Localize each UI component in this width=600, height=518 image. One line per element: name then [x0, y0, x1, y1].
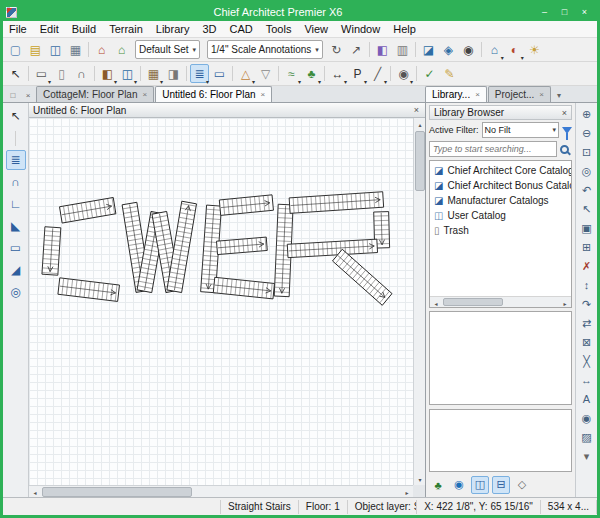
- ramp-icon[interactable]: ◢: [6, 260, 26, 280]
- print-icon[interactable]: ▦ ▾: [66, 40, 85, 59]
- scale-annotations-dropdown[interactable]: 1/4" Scale Annotations ▾: [207, 40, 323, 59]
- tabs-close-icon[interactable]: ×: [21, 88, 35, 102]
- cad-line-icon[interactable]: ╱ ▾: [368, 64, 387, 83]
- refresh-display-icon[interactable]: ↻ ▾: [327, 40, 346, 59]
- text-style-icon[interactable]: A: [578, 390, 596, 408]
- scroll-right-icon[interactable]: ▸: [401, 486, 413, 497]
- default-3d-view-icon[interactable]: ⌂ ▾: [485, 40, 504, 59]
- zoom-in-icon[interactable]: ⊕: [578, 105, 596, 123]
- landing-icon[interactable]: ▭ ▾: [210, 64, 229, 83]
- scroll-left-icon[interactable]: ◂: [29, 486, 41, 497]
- full-camera-icon[interactable]: ◉ ▾: [459, 40, 478, 59]
- search-icon[interactable]: [560, 145, 569, 154]
- reference-display-icon[interactable]: ▥ ▾: [393, 40, 412, 59]
- tree-item-user-catalog[interactable]: ◫ User Catalog: [434, 208, 571, 223]
- menu-item[interactable]: CAD: [229, 23, 252, 35]
- filter-dropdown[interactable]: No Filt ▾: [482, 122, 559, 138]
- tree-item-manufacturer-catalogs[interactable]: ◪ Manufacturer Catalogs: [434, 193, 571, 208]
- winder-stairs-icon[interactable]: ◣: [6, 216, 26, 236]
- select-similar-icon[interactable]: ↖: [578, 200, 596, 218]
- preview-3d-icon[interactable]: ◇: [513, 476, 531, 494]
- panel-tab[interactable]: Project... ×: [488, 86, 551, 102]
- menu-item[interactable]: Library: [156, 23, 190, 35]
- landing-tool-icon[interactable]: ▭: [6, 238, 26, 258]
- delete-icon[interactable]: ✗: [578, 257, 596, 275]
- stairs-icon[interactable]: ≣ ▾: [190, 64, 209, 83]
- elevation-view-icon[interactable]: ◪ ▾: [419, 40, 438, 59]
- menu-item[interactable]: Help: [393, 23, 416, 35]
- approve-icon[interactable]: ✓ ▾: [420, 64, 439, 83]
- door-icon[interactable]: ◧ ▾: [98, 64, 117, 83]
- menu-item[interactable]: Tools: [266, 23, 292, 35]
- edit-pencil-icon[interactable]: ✎ ▾: [440, 64, 459, 83]
- menu-item[interactable]: Terrain: [109, 23, 143, 35]
- scroll-right-icon[interactable]: ▸: [559, 297, 571, 308]
- floor-plan-drawing[interactable]: [29, 118, 413, 485]
- dimension-icon[interactable]: ↔ ▾: [328, 64, 347, 83]
- menu-item[interactable]: View: [304, 23, 328, 35]
- dimension-tool-icon[interactable]: ↔: [578, 371, 596, 389]
- rotate-icon[interactable]: ↷: [578, 295, 596, 313]
- floor-plan-canvas[interactable]: ▴ ▾ ◂ ▸: [29, 118, 425, 497]
- save-plan-icon[interactable]: ◫ ▾: [46, 40, 65, 59]
- menu-item[interactable]: Window: [341, 23, 380, 35]
- spiral-stairs-icon[interactable]: ◎: [6, 282, 26, 302]
- move-icon[interactable]: ↕: [578, 276, 596, 294]
- library-globe-icon[interactable]: ◉: [450, 476, 468, 494]
- horizontal-scroll-thumb[interactable]: [42, 487, 192, 497]
- copy-paste-icon[interactable]: ⊞: [578, 238, 596, 256]
- panes-vertical-icon[interactable]: ◫: [471, 476, 489, 494]
- window-icon[interactable]: ◫ ▾: [118, 64, 137, 83]
- tree-item-bonus-catalogs[interactable]: ◪ Chief Architect Bonus Catalogs: [434, 178, 571, 193]
- select-arrow-icon[interactable]: ↖: [6, 106, 26, 126]
- undo-view-icon[interactable]: ↶: [578, 181, 596, 199]
- menu-item[interactable]: 3D: [202, 23, 216, 35]
- adjust-lights-icon[interactable]: ☀ ▾: [525, 40, 544, 59]
- multiple-copy-icon[interactable]: ⊠: [578, 333, 596, 351]
- fixture-icon[interactable]: ◨ ▾: [164, 64, 183, 83]
- cabinet-icon[interactable]: ▦ ▾: [144, 64, 163, 83]
- tab-close-icon[interactable]: ×: [475, 90, 480, 99]
- tab-close-icon[interactable]: ×: [539, 90, 544, 99]
- tree-item-core-catalogs[interactable]: ◪ Chief Architect Core Catalogs: [434, 163, 571, 178]
- document-tab[interactable]: Untitled 6: Floor Plan ×: [155, 86, 272, 102]
- close-button[interactable]: ×: [575, 6, 594, 19]
- camera-view-icon[interactable]: ◉ ▾: [394, 64, 413, 83]
- tree-item-trash[interactable]: ▯ Trash: [434, 223, 571, 238]
- zoom-extents-icon[interactable]: ⊡: [578, 143, 596, 161]
- menu-item[interactable]: File: [9, 23, 27, 35]
- menu-item[interactable]: Build: [72, 23, 96, 35]
- default-set-dropdown[interactable]: Default Set ▾: [135, 40, 200, 59]
- library-browser-header[interactable]: Library Browser ×: [429, 105, 572, 120]
- tree-horizontal-scrollbar[interactable]: ◂ ▸: [430, 296, 571, 307]
- plan-close-icon[interactable]: ×: [412, 105, 421, 115]
- tree-scroll-thumb[interactable]: [443, 298, 503, 306]
- pan-icon[interactable]: ◎: [578, 162, 596, 180]
- curved-wall-icon[interactable]: ∩ ▾: [72, 64, 91, 83]
- interior-wall-icon[interactable]: ▯ ▾: [52, 64, 71, 83]
- color-toggle-icon[interactable]: ◧ ▾: [373, 40, 392, 59]
- break-line-icon[interactable]: ╳: [578, 352, 596, 370]
- tab-close-icon[interactable]: ×: [143, 90, 148, 99]
- terrain-icon[interactable]: ≈ ▾: [282, 64, 301, 83]
- scroll-down-icon[interactable]: ▾: [414, 473, 425, 485]
- vertical-scroll-thumb[interactable]: [415, 131, 425, 191]
- scroll-up-icon[interactable]: ▴: [414, 118, 425, 130]
- materials-tool-icon[interactable]: ▨: [578, 428, 596, 446]
- library-search-input[interactable]: [429, 141, 557, 157]
- select-objects-icon[interactable]: ↖ ▾: [6, 64, 25, 83]
- canvas-vertical-scrollbar[interactable]: ▴ ▾: [413, 118, 425, 485]
- layout-icon[interactable]: ⌂ ▾: [92, 40, 111, 59]
- tab-close-icon[interactable]: ×: [261, 90, 266, 99]
- open-object-icon[interactable]: ▣: [578, 219, 596, 237]
- panel-menu-icon[interactable]: ▾: [552, 88, 566, 102]
- ceiling-plane-icon[interactable]: ▽ ▾: [256, 64, 275, 83]
- zoom-out-icon[interactable]: ⊖: [578, 124, 596, 142]
- straight-wall-icon[interactable]: ▭ ▾: [32, 64, 51, 83]
- new-plan-icon[interactable]: ▢ ▾: [6, 40, 25, 59]
- canvas-horizontal-scrollbar[interactable]: ◂ ▸: [29, 485, 413, 497]
- walkthrough-icon[interactable]: ↗ ▾: [347, 40, 366, 59]
- menu-item[interactable]: Edit: [40, 23, 59, 35]
- material-painter-icon[interactable]: ◐ ▾: [505, 40, 524, 59]
- maximize-button[interactable]: □: [555, 6, 574, 19]
